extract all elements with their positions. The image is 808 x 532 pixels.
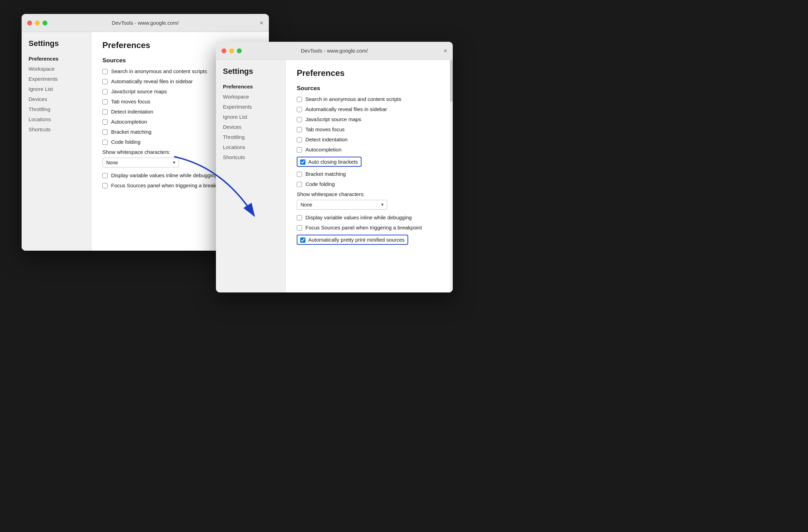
auto-closing-brackets-row: Auto closing brackets <box>297 157 442 167</box>
close-x-button-2[interactable]: × <box>443 48 447 54</box>
whitespace-select-1[interactable]: None All Trailing <box>102 158 179 167</box>
checkbox-reveal-files-1[interactable] <box>102 79 108 84</box>
whitespace-label-2: Show whitespace characters: <box>297 191 442 197</box>
sidebar-item-devices-2[interactable]: Devices <box>216 122 285 132</box>
checkbox-code-folding-2[interactable] <box>297 182 302 187</box>
checkbox-anon-scripts-2[interactable] <box>297 97 302 102</box>
sidebar-item-experiments-1[interactable]: Experiments <box>22 74 91 84</box>
content-2: Preferences Sources Search in anonymous … <box>286 60 453 292</box>
sidebar-item-throttling-1[interactable]: Throttling <box>22 104 91 114</box>
auto-closing-brackets-highlight: Auto closing brackets <box>297 157 362 167</box>
window-title-2: DevTools - www.google.com/ <box>301 48 368 54</box>
checkbox-tab-moves-2[interactable] <box>297 127 302 132</box>
sidebar-item-preferences-1[interactable]: Preferences <box>22 54 91 64</box>
window-controls-2 <box>222 48 242 53</box>
sidebar-title-2: Settings <box>216 67 285 81</box>
maximize-button-2[interactable] <box>237 48 242 53</box>
auto-pretty-print-highlight: Automatically pretty print minified sour… <box>297 235 408 245</box>
checkbox-row: JavaScript source maps <box>297 116 442 122</box>
section-sources-2: Sources <box>297 85 442 92</box>
sidebar-item-ignorelist-1[interactable]: Ignore List <box>22 84 91 94</box>
checkbox-focus-sources-1[interactable] <box>102 183 108 188</box>
checkbox-row: Detect indentation <box>297 136 442 142</box>
sidebar-item-locations-2[interactable]: Locations <box>216 142 285 152</box>
checkbox-bracket-matching-1[interactable] <box>102 130 108 135</box>
checkbox-js-sourcemaps-1[interactable] <box>102 89 108 94</box>
close-button-2[interactable] <box>222 48 226 53</box>
maximize-button-1[interactable] <box>42 21 47 25</box>
auto-pretty-print-row: Automatically pretty print minified sour… <box>297 235 442 245</box>
checkbox-display-variable-1[interactable] <box>102 173 108 178</box>
checkbox-anon-scripts-1[interactable] <box>102 69 108 74</box>
checkbox-display-variable-2[interactable] <box>297 215 302 220</box>
checkbox-detect-indent-2[interactable] <box>297 137 302 142</box>
sidebar-item-shortcuts-1[interactable]: Shortcuts <box>22 124 91 134</box>
checkbox-auto-pretty-print-2[interactable] <box>300 237 305 243</box>
sidebar-item-experiments-2[interactable]: Experiments <box>216 102 285 112</box>
checkbox-autocompletion-2[interactable] <box>297 147 302 152</box>
checkbox-code-folding-1[interactable] <box>102 140 108 145</box>
checkbox-row: Bracket matching <box>297 171 442 177</box>
sidebar-item-preferences-2[interactable]: Preferences <box>216 81 285 92</box>
devtools-window-2: DevTools - www.google.com/ × Settings Pr… <box>216 42 453 292</box>
whitespace-select-wrapper-1: None All Trailing ▼ <box>102 158 179 167</box>
checkbox-row: Code folding <box>297 181 442 187</box>
sidebar-item-workspace-1[interactable]: Workspace <box>22 64 91 74</box>
checkbox-row: Tab moves focus <box>297 126 442 132</box>
sidebar-item-ignorelist-2[interactable]: Ignore List <box>216 112 285 122</box>
window-title-1: DevTools - www.google.com/ <box>112 20 179 26</box>
sidebar-item-locations-1[interactable]: Locations <box>22 114 91 124</box>
checkbox-row: Autocompletion <box>297 147 442 152</box>
minimize-button-1[interactable] <box>35 21 40 25</box>
checkbox-tab-moves-1[interactable] <box>102 99 108 104</box>
sidebar-1: Settings Preferences Workspace Experimen… <box>22 32 91 251</box>
checkbox-row: Search in anonymous and content scripts <box>297 96 442 102</box>
checkbox-js-sourcemaps-2[interactable] <box>297 117 302 122</box>
sidebar-title-1: Settings <box>22 39 91 54</box>
close-x-button-1[interactable]: × <box>259 20 263 26</box>
sidebar-item-throttling-2[interactable]: Throttling <box>216 132 285 142</box>
checkbox-bracket-matching-2[interactable] <box>297 172 302 177</box>
checkbox-focus-sources-2[interactable] <box>297 225 302 230</box>
sidebar-item-devices-1[interactable]: Devices <box>22 94 91 104</box>
whitespace-select-2[interactable]: None All Trailing <box>297 200 387 210</box>
close-button-1[interactable] <box>27 21 32 25</box>
content-title-2: Preferences <box>297 68 442 78</box>
scrollbar-track-2[interactable] <box>450 60 453 292</box>
titlebar-2: DevTools - www.google.com/ × <box>216 42 453 60</box>
checkbox-reveal-files-2[interactable] <box>297 107 302 112</box>
scrollbar-thumb-2[interactable] <box>450 60 453 102</box>
checkbox-row: Display variable values inline while deb… <box>297 214 442 220</box>
checkbox-detect-indent-1[interactable] <box>102 109 108 115</box>
whitespace-select-wrapper-2: None All Trailing ▼ <box>297 200 387 210</box>
window-controls-1 <box>27 21 47 25</box>
checkbox-auto-closing-2[interactable] <box>300 159 305 165</box>
sidebar-item-shortcuts-2[interactable]: Shortcuts <box>216 152 285 162</box>
checkbox-row: Automatically reveal files in sidebar <box>297 106 442 112</box>
settings-body-2: Settings Preferences Workspace Experimen… <box>216 60 453 292</box>
titlebar-1: DevTools - www.google.com/ × <box>22 14 269 32</box>
minimize-button-2[interactable] <box>229 48 234 53</box>
sidebar-2: Settings Preferences Workspace Experimen… <box>216 60 286 292</box>
checkbox-row: Focus Sources panel when triggering a br… <box>297 225 442 230</box>
checkbox-autocompletion-1[interactable] <box>102 119 108 125</box>
sidebar-item-workspace-2[interactable]: Workspace <box>216 92 285 102</box>
